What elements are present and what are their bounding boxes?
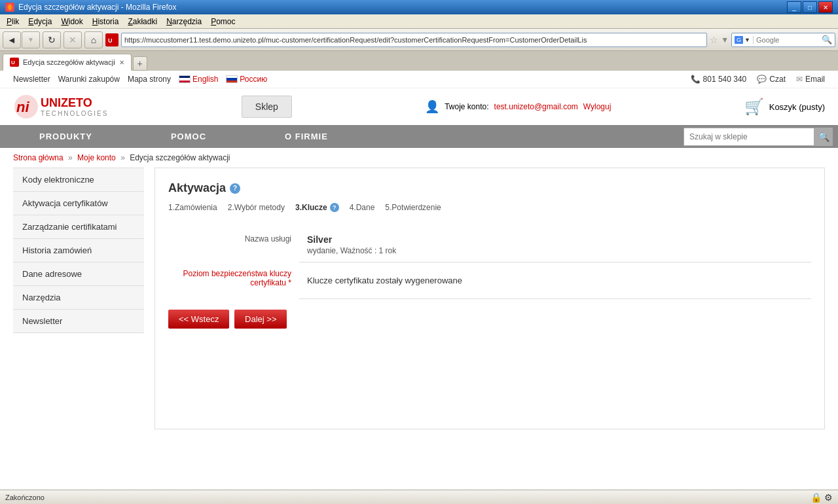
security-row: Poziom bezpieczeństwa kluczy certyfikatu… — [168, 262, 811, 299]
logout-link[interactable]: Wyloguj — [583, 102, 611, 111]
back-button[interactable]: << Wstecz — [168, 310, 229, 329]
sitemap-link[interactable]: Mapa strony — [128, 75, 171, 84]
sidebar-item-kody[interactable]: Kody elektroniczne — [13, 168, 144, 192]
breadcrumb-sep-2: » — [120, 153, 127, 162]
service-name-row: Nazwa usługi Silver wydanie, Ważność : 1… — [168, 228, 811, 262]
refresh-button[interactable]: ↻ — [43, 31, 61, 48]
english-lang-link[interactable]: English — [179, 75, 218, 84]
menu-narzedzia[interactable]: Narzędzia — [162, 16, 206, 27]
menu-widok[interactable]: Widok — [57, 16, 86, 27]
new-tab-button[interactable]: + — [133, 56, 147, 71]
nav-about[interactable]: O FIRMIE — [246, 125, 367, 148]
address-bar-container: U ☆ ▼ — [105, 33, 729, 47]
stop-button[interactable]: ✕ — [64, 31, 82, 48]
step-5: 5.Potwierdzenie — [385, 203, 441, 212]
nav-help[interactable]: POMOC — [132, 125, 246, 148]
newsletter-link[interactable]: Newsletter — [13, 75, 50, 84]
sidebar-item-dane[interactable]: Dane adresowe — [13, 262, 144, 286]
dropdown-arrow-icon[interactable]: ▼ — [721, 35, 729, 45]
email-contact[interactable]: ✉ Email — [796, 75, 825, 84]
search-engine-selector[interactable]: G ▼ — [732, 36, 754, 44]
svg-text:U: U — [11, 60, 15, 65]
service-name-text: Silver — [307, 234, 803, 245]
browser-search-input[interactable] — [754, 33, 819, 46]
cart-section[interactable]: 🛒 Koszyk (pusty) — [744, 98, 825, 116]
browser-titlebar: Edycja szczegółów aktywacji - Mozilla Fi… — [0, 0, 838, 14]
forward-button[interactable]: ▼ — [22, 31, 40, 48]
browser-title: Edycja szczegółów aktywacji - Mozilla Fi… — [18, 3, 176, 12]
basket-link[interactable]: Warunki zakupów — [58, 75, 120, 84]
site-top-nav: Newsletter Warunki zakupów Mapa strony E… — [0, 71, 838, 88]
site-search-input[interactable] — [683, 128, 814, 146]
close-button[interactable]: ✕ — [818, 1, 833, 13]
sidebar-item-aktywacja[interactable]: Aktywacja certyfikatów — [13, 192, 144, 215]
settings-icon: ⚙ — [824, 492, 833, 503]
browser-search-group[interactable]: G ▼ 🔍 — [731, 33, 835, 47]
home-button[interactable]: ⌂ — [84, 31, 103, 48]
menu-plik[interactable]: Plik — [3, 16, 23, 27]
cart-icon: 🛒 — [744, 98, 764, 116]
security-label-cell: Poziom bezpieczeństwa kluczy certyfikatu… — [168, 262, 299, 299]
step-help-icon[interactable]: ? — [330, 203, 339, 212]
titlebar-left: Edycja szczegółów aktywacji - Mozilla Fi… — [5, 3, 176, 12]
phone-number: 801 540 340 — [703, 75, 747, 84]
page-content-wrapper: Newsletter Warunki zakupów Mapa strony E… — [0, 71, 838, 490]
breadcrumb-account-link[interactable]: Moje konto — [77, 153, 116, 162]
menu-edycja[interactable]: Edycja — [24, 16, 56, 27]
firefox-icon — [5, 3, 14, 12]
nav-products[interactable]: PRODUKTY — [0, 125, 132, 148]
browser-navbar: ◄ ▼ ↻ ✕ ⌂ U ☆ ▼ G ▼ 🔍 — [0, 29, 838, 51]
nav-buttons[interactable]: ◄ ▼ — [3, 31, 40, 48]
site-search-button[interactable]: 🔍 — [814, 128, 833, 146]
chat-icon: 💬 — [757, 75, 767, 84]
site-contact-info: 📞 801 540 340 💬 Czat ✉ Email — [691, 75, 825, 84]
account-label: Twoje konto: — [445, 102, 488, 111]
action-buttons: << Wstecz Dalej >> — [168, 310, 811, 329]
website: Newsletter Warunki zakupów Mapa strony E… — [0, 71, 838, 490]
menu-zakladki[interactable]: Zakładki — [124, 16, 161, 27]
account-email-link[interactable]: test.unizeto@gmail.com — [494, 102, 578, 111]
chat-contact[interactable]: 💬 Czat — [757, 75, 786, 84]
next-button[interactable]: Dalej >> — [234, 310, 287, 329]
breadcrumb-home-link[interactable]: Strona główna — [13, 153, 64, 162]
english-label: English — [192, 75, 218, 84]
sidebar-item-historia[interactable]: Historia zamówień — [13, 239, 144, 262]
site-mainnav: PRODUKTY POMOC O FIRMIE 🔍 — [0, 125, 838, 148]
site-logo[interactable]: ni UNIZETO TECHNOLOGIES — [13, 94, 108, 120]
back-button[interactable]: ◄ — [3, 31, 21, 48]
russian-lang-link[interactable]: Россию — [226, 75, 267, 84]
activation-help-icon[interactable]: ? — [230, 183, 240, 194]
breadcrumb-current: Edycja szczegółów aktywacji — [130, 153, 230, 162]
activation-form-table: Nazwa usługi Silver wydanie, Ważność : 1… — [168, 228, 811, 299]
address-input[interactable] — [121, 33, 707, 47]
window-controls[interactable]: _ □ ✕ — [787, 1, 833, 13]
shop-button[interactable]: Sklep — [242, 96, 292, 118]
site-header: ni UNIZETO TECHNOLOGIES Sklep 👤 Twoje ko… — [0, 88, 838, 125]
menu-historia[interactable]: Historia — [88, 16, 123, 27]
cart-label: Koszyk (pusty) — [769, 102, 825, 112]
sidebar-item-narzedzia[interactable]: Narzędzia — [13, 286, 144, 310]
service-detail-text: wydanie, Ważność : 1 rok — [307, 246, 803, 255]
browser-menubar: Plik Edycja Widok Historia Zakładki Narz… — [0, 14, 838, 29]
browser-tabs: U Edycja szczegółów aktywacji ✕ + — [0, 51, 838, 71]
maximize-button[interactable]: □ — [803, 1, 817, 13]
menu-pomoc[interactable]: Pomoc — [207, 16, 239, 27]
sidebar-item-newsletter[interactable]: Newsletter — [13, 310, 144, 333]
activation-title-row: Aktywacja ? — [168, 181, 811, 195]
sidebar-item-zarzadzanie[interactable]: Zarządzanie certifikatami — [13, 215, 144, 239]
bookmark-star-icon[interactable]: ☆ — [710, 35, 718, 45]
step-4: 4.Dane — [350, 203, 375, 212]
tab-label: Edycja szczegółów aktywacji — [23, 58, 115, 66]
browser-search-icon[interactable]: 🔍 — [819, 35, 835, 45]
service-name-value: Silver wydanie, Ważność : 1 rok — [299, 228, 811, 262]
mainnav-search[interactable]: 🔍 — [367, 128, 838, 146]
tab-close-icon[interactable]: ✕ — [119, 59, 124, 66]
activation-title-text: Aktywacja — [168, 181, 226, 195]
email-icon: ✉ — [796, 75, 803, 84]
steps-bar: 1.Zamówienia 2.Wybór metody 3.Klucze ? 4… — [168, 203, 811, 212]
statusbar-right: 🔒 ⚙ — [811, 492, 833, 503]
active-tab[interactable]: U Edycja szczegółów aktywacji ✕ — [3, 54, 132, 71]
logo-unizeto-text: UNIZETO — [41, 96, 92, 110]
security-value-cell: Klucze certyfikatu zostały wygenerowane — [299, 262, 811, 299]
minimize-button[interactable]: _ — [787, 1, 801, 13]
